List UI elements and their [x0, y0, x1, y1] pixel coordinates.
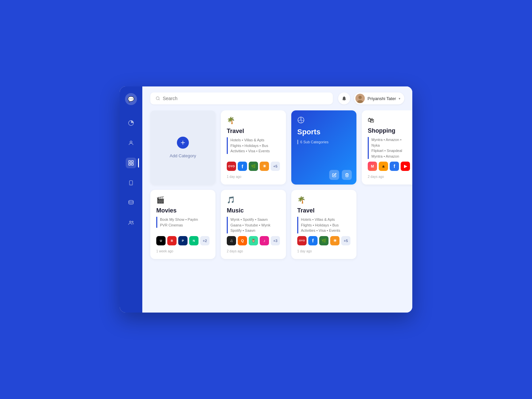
music-description: Wynk • Spotify • SaavnGaana • Youtube • …	[227, 217, 280, 233]
oyo-icon: OYO	[227, 162, 236, 171]
content-area: Add Category 🌴 Travel Hotels • Villas & …	[142, 110, 412, 313]
shopping-timestamp: 2 days ago	[368, 175, 410, 179]
bell-icon	[341, 96, 347, 101]
quora-icon: Q	[238, 236, 247, 245]
svg-line-12	[159, 99, 159, 100]
sidebar-item-grid[interactable]	[126, 158, 136, 168]
chevron-down-icon: ▾	[399, 97, 400, 100]
travel-app-icons-2: OYO f 🌿 ☀ +5	[297, 236, 350, 245]
pink-icon: ♪	[260, 236, 269, 245]
delete-button[interactable]	[342, 170, 352, 180]
amazon-icon: a	[379, 162, 388, 171]
travel-extra-2: +5	[341, 236, 350, 245]
app-window: 💬	[120, 86, 412, 313]
svg-rect-3	[132, 161, 133, 162]
edit-button[interactable]	[329, 170, 339, 180]
orange-icon: ☀	[260, 162, 269, 171]
sidebar-item-database[interactable]	[126, 198, 136, 208]
movies-timestamp: 1 week ago	[156, 249, 209, 253]
add-category-label: Add Category	[170, 153, 196, 158]
svg-rect-5	[132, 164, 133, 165]
flipkart-icon: f	[390, 162, 399, 171]
search-icon	[156, 96, 160, 101]
movies-extra: +2	[200, 236, 209, 245]
uber-icon: U	[156, 236, 166, 245]
paytm-icon: P	[178, 236, 188, 245]
myntra-icon: M	[368, 162, 377, 171]
travel-description-2: Hotels • Villas & AptsFlights • Holidays…	[297, 217, 350, 233]
orange-icon-2: ☀	[330, 236, 339, 245]
red-icon: B	[167, 236, 177, 245]
user-name: Priyanshi Tater	[367, 96, 396, 101]
travel-icon-2: 🌴	[297, 196, 350, 204]
shopping-description: Myntra • Amazon • NykaFlipkart • Snapdea…	[368, 137, 410, 159]
travel-timestamp-1: 1 day ago	[227, 175, 280, 179]
music-icon: 🎵	[227, 196, 280, 204]
sports-ball-icon	[297, 116, 305, 124]
music-extra: +3	[271, 236, 280, 245]
sports-title: Sports	[297, 128, 350, 136]
add-category-card[interactable]: Add Category	[150, 110, 215, 185]
shopping-app-icons: M a f ▶	[368, 162, 410, 171]
music-app-icons: ♫ Q 🦉 ♪ +3	[227, 236, 280, 245]
user-profile[interactable]: Priyanshi Tater ▾	[354, 92, 404, 104]
sidebar-item-user[interactable]	[126, 138, 136, 148]
logo-icon: 💬	[128, 96, 134, 102]
travel-timestamp-2: 1 day ago	[297, 249, 350, 253]
music-timestamp: 2 days ago	[227, 249, 280, 253]
add-category-btn[interactable]	[177, 137, 189, 149]
shopping-title: Shopping	[368, 127, 410, 134]
sidebar-item-contacts[interactable]	[126, 217, 136, 228]
youtube-icon: ▶	[401, 162, 410, 171]
svg-point-10	[132, 221, 133, 222]
sports-card-actions	[329, 170, 352, 180]
logo[interactable]: 💬	[125, 93, 137, 105]
movies-title: Movies	[156, 207, 209, 214]
travel-card-2: 🌴 Travel Hotels • Villas & AptsFlights •…	[291, 190, 356, 259]
sports-sub: 6 Sub Categories	[300, 140, 329, 144]
green-icon: 🌿	[249, 162, 258, 171]
oyo-icon-2: OYO	[297, 236, 307, 245]
header-right: Priyanshi Tater ▾	[338, 92, 404, 104]
travel-card-1: 🌴 Travel Hotels • Villas & AptsFlights •…	[221, 110, 286, 185]
svg-point-9	[130, 221, 131, 223]
travel-title-2: Travel	[297, 207, 350, 214]
movies-card: 🎬 Movies Book My Show • PaytmPVR Cinemas…	[150, 190, 215, 259]
header: Priyanshi Tater ▾	[142, 86, 412, 110]
movies-app-icons: U B P N +2	[156, 236, 209, 245]
card-grid: Add Category 🌴 Travel Hotels • Villas & …	[150, 110, 404, 259]
sports-card: Sports 6 Sub Categories	[291, 110, 356, 185]
svg-rect-2	[129, 161, 130, 162]
tripadvisor-icon: 🦉	[249, 236, 258, 245]
extra-count: +5	[271, 162, 280, 171]
search-bar[interactable]	[150, 92, 333, 104]
music-title: Music	[227, 207, 280, 214]
wynk-icon: ♫	[227, 236, 236, 245]
music-card: 🎵 Music Wynk • Spotify • SaavnGaana • Yo…	[221, 190, 286, 259]
main-content: Priyanshi Tater ▾ Add Category 🌴 Trave	[142, 86, 412, 313]
svg-point-11	[156, 97, 159, 100]
sidebar-item-chart[interactable]	[126, 118, 136, 128]
nav-icon: N	[189, 236, 199, 245]
svg-point-14	[358, 96, 362, 99]
search-input[interactable]	[163, 96, 328, 101]
svg-point-8	[129, 200, 133, 202]
green-icon-2: 🌿	[319, 236, 329, 245]
facebook-icon: f	[238, 162, 247, 171]
sidebar: 💬	[120, 86, 142, 313]
movies-icon: 🎬	[156, 196, 209, 204]
svg-point-1	[130, 141, 132, 143]
notification-bell[interactable]	[338, 92, 350, 104]
avatar	[355, 94, 365, 103]
sidebar-item-mobile[interactable]	[126, 178, 136, 188]
travel-description: Hotels • Villas & AptsFlights • Holidays…	[227, 137, 280, 154]
travel-app-icons: OYO f 🌿 ☀ +5	[227, 162, 280, 171]
travel-title: Travel	[227, 128, 280, 135]
movies-description: Book My Show • PaytmPVR Cinemas	[156, 217, 209, 228]
shopping-icon: 🛍	[368, 116, 410, 124]
travel-icon: 🌴	[227, 116, 280, 124]
shopping-card: 🛍 Shopping Myntra • Amazon • NykaFlipkar…	[362, 110, 412, 185]
svg-rect-4	[129, 164, 130, 165]
facebook-icon-2: f	[308, 236, 318, 245]
